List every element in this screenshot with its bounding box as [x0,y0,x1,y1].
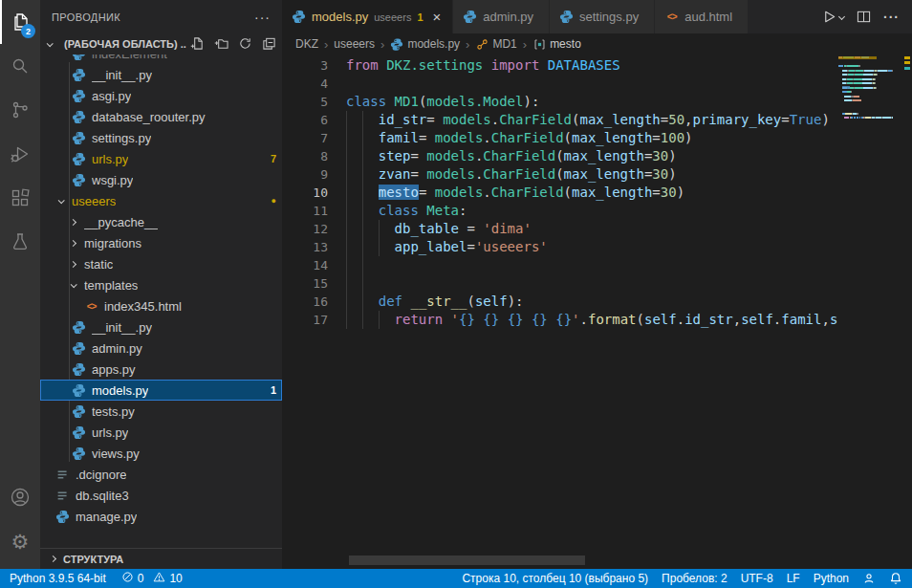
modified-dot-icon: ● [271,196,276,206]
tree-item-label: __pycache__ [84,215,158,229]
tree-item-dcignore[interactable]: .dcignore [40,464,282,485]
tree-item-label: views.py [92,446,140,461]
chevron-right-icon [70,218,76,225]
close-icon[interactable]: × [431,10,444,24]
code-line-7: 7 famil= models.CharField(max_length=100… [282,129,838,147]
breadcrumb-item-dkz[interactable]: DKZ [295,37,318,51]
tree-item-asgi-py[interactable]: asgi.py [40,85,282,106]
run-icon[interactable] [822,10,844,24]
horizontal-scrollbar[interactable] [349,555,585,565]
tree-item-urls-py[interactable]: urls.py [40,422,282,443]
bell-icon[interactable] [889,572,902,585]
tree-item-init-py[interactable]: __init__.py [40,64,282,85]
tree-item-templates[interactable]: templates [40,274,282,295]
tab-aud-html[interactable]: <>aud.html [655,0,749,33]
tab-settings-py[interactable]: settings.py [550,0,655,33]
tree-item-views-py[interactable]: views.py [40,443,282,464]
account-icon[interactable] [0,475,40,519]
status-python-interpreter[interactable]: Python 3.9.5 64-bit [10,572,106,585]
breadcrumb-separator-icon: › [523,37,527,52]
new-file-icon[interactable] [190,36,205,53]
symbol-class-icon [475,37,489,51]
feedback-icon[interactable] [862,572,876,585]
python-file-icon [72,89,86,103]
code-line-9: 9 zvan= models.CharField(max_length=30) [282,165,838,184]
workspace-section-header[interactable]: (РАБОЧАЯ ОБЛАСТЬ) ... [40,33,282,54]
tree-item-useeers[interactable]: useeers● [40,190,282,211]
refresh-icon[interactable] [238,36,252,53]
line-number: 5 [282,93,328,111]
testing-icon[interactable] [0,220,40,264]
tab-admin-py[interactable]: admin.py [453,0,550,33]
tree-item-settings-py[interactable]: settings.py [40,127,282,148]
tab-models-py[interactable]: models.pyuseeers1× [282,0,453,33]
tree-item-database-roouter-py[interactable]: database_roouter.py [40,106,282,127]
tree-item-pycache[interactable]: __pycache__ [40,211,282,232]
tree-item-manage-py[interactable]: manage.py [40,506,282,527]
settings-gear-icon[interactable]: ⚙ [0,519,40,563]
python-file-icon [292,10,306,24]
code-line-17: 17 return '{} {} {} {} {}'.format(self.i… [282,311,838,329]
python-file-icon [72,425,86,440]
tree-item-indexelement[interactable]: indexElement [40,54,282,64]
outline-label: СТРУКТУРА [63,554,123,565]
status-language-mode[interactable]: Python [814,572,849,585]
tab-detail: useeers [374,11,411,23]
split-editor-icon[interactable] [857,10,871,24]
status-eol[interactable]: LF [787,572,800,585]
python-file-icon [72,320,86,335]
tab-label: aud.html [684,10,732,24]
line-number: 16 [282,293,328,311]
warning-icon [153,571,165,586]
outline-section-header[interactable]: СТРУКТУРА [40,548,282,569]
explorer-icon[interactable]: 2 [0,0,40,44]
code-line-5: 5class MD1(models.Model): [282,93,838,111]
breadcrumb-item-mesto[interactable]: mesto [532,37,581,51]
tree-item-index345-html[interactable]: <>index345.html [40,295,282,316]
code-line-13: 13 app_label='useeers' [282,238,838,256]
source-control-icon[interactable] [0,88,40,132]
tree-item-label: admin.py [92,341,142,356]
file-tree: indexElement__init__.pyasgi.pydatabase_r… [40,54,282,528]
python-file-icon [72,131,86,145]
chevron-right-icon [70,260,76,267]
tree-item-urls-py[interactable]: urls.py7 [40,148,282,169]
breadcrumb: DKZ›useeers›models.py›MD1›mesto [282,33,912,54]
tree-item-tests-py[interactable]: tests.py [40,401,282,422]
sidebar-more-actions-icon[interactable]: ··· [254,10,271,25]
tree-item-apps-py[interactable]: apps.py [40,359,282,380]
status-indentation[interactable]: Пробелов: 2 [662,572,727,585]
tree-item-label: asgi.py [92,89,131,103]
tree-item-migrations[interactable]: migrations [40,232,282,253]
status-cursor-position[interactable]: Строка 10, столбец 10 (выбрано 5) [462,572,648,585]
minimap[interactable] [838,54,899,569]
tree-item-db-sqlite3[interactable]: db.sqlite3 [40,485,282,506]
activity-bar: 2 ⚙ [0,0,40,569]
more-actions-icon[interactable]: ··· [883,10,900,25]
tree-item-label: templates [84,278,138,293]
tree-item-admin-py[interactable]: admin.py [40,338,282,359]
vscode-window: 2 ⚙ ПРОВОДНИК ··· (РАБ [0,0,912,588]
code-line-10: 10 mesto= models.CharField(max_length=30… [282,184,838,202]
code-editor[interactable]: 3from DKZ.settings import DATABASES45cla… [282,54,912,569]
new-folder-icon[interactable] [214,36,228,53]
python-file-icon [72,383,86,398]
symbol-field-icon [532,37,546,51]
tree-item-static[interactable]: static [40,253,282,274]
status-encoding[interactable]: UTF-8 [741,572,773,585]
run-debug-icon[interactable] [0,132,40,176]
run-dropdown-chevron-icon[interactable] [838,13,845,20]
tree-item-models-py[interactable]: models.py1 [40,380,282,401]
tree-item-init-py[interactable]: __init__.py [40,316,282,338]
breadcrumb-item-models-py[interactable]: models.py [390,37,460,51]
extensions-icon[interactable] [0,176,40,220]
breadcrumb-item-md1[interactable]: MD1 [475,37,516,51]
breadcrumb-item-useeers[interactable]: useeers [334,37,375,51]
python-file-icon [72,152,86,166]
status-problems[interactable]: 010 [121,571,183,586]
collapse-all-icon[interactable] [262,36,276,53]
search-icon[interactable] [0,44,40,88]
explorer-badge: 2 [21,24,35,38]
chevron-down-icon [71,281,77,288]
tree-item-wsgi-py[interactable]: wsgi.py [40,169,282,190]
